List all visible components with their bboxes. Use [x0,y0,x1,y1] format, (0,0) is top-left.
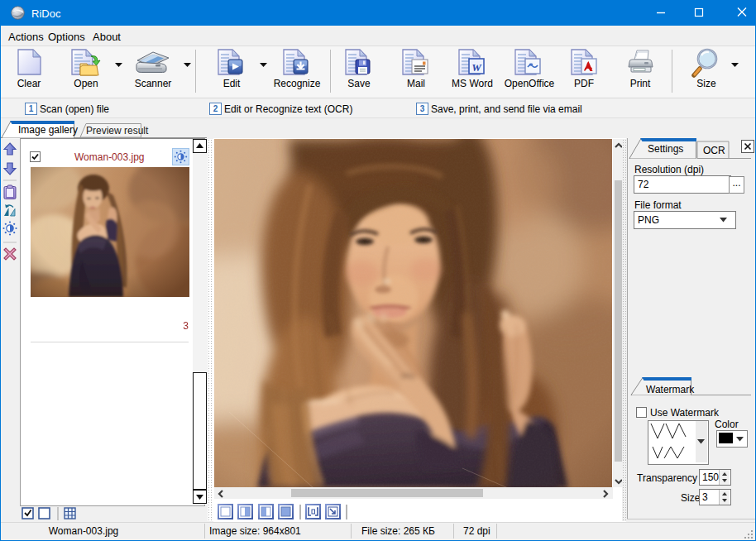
svg-text:W: W [471,61,482,74]
